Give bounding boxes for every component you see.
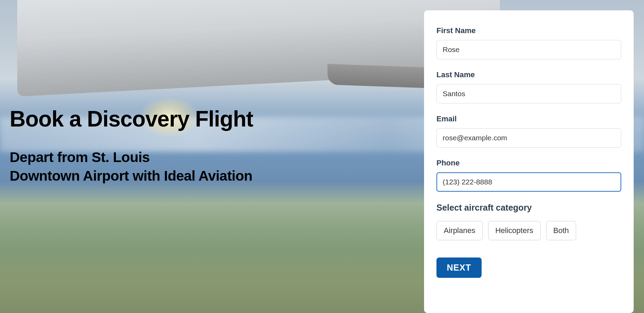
phone-label: Phone — [436, 159, 621, 168]
category-airplanes-button[interactable]: Airplanes — [436, 221, 483, 240]
subtitle-line-2: Downtown Airport with Ideal Aviation — [10, 167, 253, 185]
aircraft-category-group: Select aircraft category Airplanes Helic… — [436, 203, 621, 240]
first-name-label: First Name — [436, 26, 621, 35]
page-title: Book a Discovery Flight — [10, 107, 253, 131]
aircraft-category-buttons: Airplanes Helicopters Both — [436, 221, 621, 240]
subtitle-line-1: Depart from St. Louis — [10, 148, 253, 166]
first-name-input[interactable] — [436, 40, 621, 59]
last-name-input[interactable] — [436, 84, 621, 103]
category-both-button[interactable]: Both — [546, 221, 576, 240]
aircraft-category-label: Select aircraft category — [436, 203, 621, 213]
next-button[interactable]: NEXT — [436, 258, 482, 278]
booking-form-panel: First Name Last Name Email Phone Select … — [424, 10, 634, 313]
category-helicopters-button[interactable]: Helicopters — [488, 221, 541, 240]
last-name-label: Last Name — [436, 70, 621, 79]
page-subtitle: Depart from St. Louis Downtown Airport w… — [10, 148, 253, 185]
hero-text-block: Book a Discovery Flight Depart from St. … — [10, 107, 253, 185]
last-name-group: Last Name — [436, 70, 621, 103]
email-input[interactable] — [436, 128, 621, 148]
first-name-group: First Name — [436, 26, 621, 59]
phone-input[interactable] — [436, 172, 621, 192]
email-group: Email — [436, 114, 621, 148]
email-label: Email — [436, 114, 621, 123]
phone-group: Phone — [436, 159, 621, 192]
